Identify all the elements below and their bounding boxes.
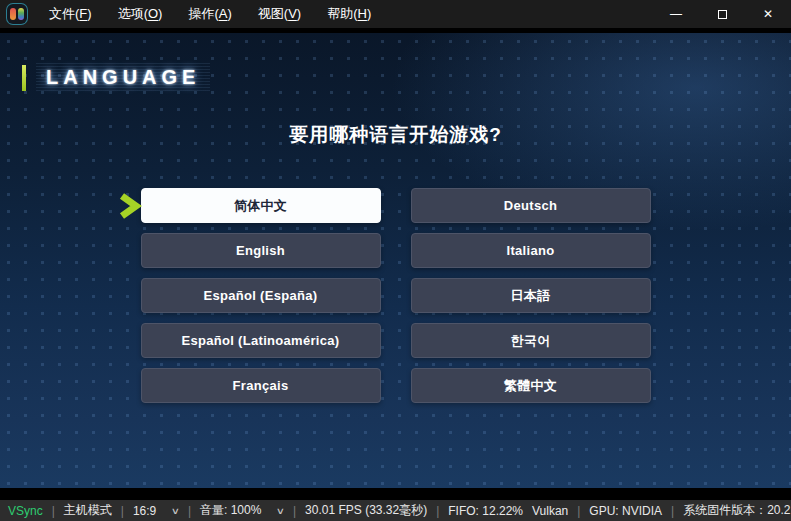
statusbar-fifo: FIFO: 12.22% [448,504,523,518]
menu-help[interactable]: 帮助(H) [314,0,384,28]
statusbar-separator: | [188,504,191,518]
statusbar-separator: | [436,504,439,518]
statusbar-fps: 30.01 FPS (33.32毫秒) [305,502,427,519]
menu-bar: 文件(F) 选项(O) 操作(A) 视图(V) 帮助(H) [36,0,384,28]
aspect-ratio-chevron-down-icon: ∨ [171,506,180,516]
titlebar: 文件(F) 选项(O) 操作(A) 视图(V) 帮助(H) — ✕ [0,0,791,28]
app-window: 文件(F) 选项(O) 操作(A) 视图(V) 帮助(H) — ✕ LANGUA… [0,0,791,521]
language-button-grid: 简体中文 English Español (España) Español (L… [141,188,651,403]
volume-chevron-down-icon: ∨ [276,506,285,516]
statusbar-separator: | [121,504,124,518]
statusbar-right-group: Vulkan | GPU: NVIDIA | 系统固件版本：20.2.0 [532,502,791,519]
language-column-left: 简体中文 English Español (España) Español (L… [141,188,381,403]
header-accent-bar [22,65,26,91]
statusbar-dock-mode[interactable]: 主机模式 [64,502,112,519]
language-button-korean[interactable]: 한국어 [411,323,651,358]
close-icon: ✕ [763,7,773,21]
language-button-es-419[interactable]: Español (Latinoamérica) [141,323,381,358]
statusbar-separator: | [577,504,580,518]
language-button-french[interactable]: Français [141,368,381,403]
language-question: 要用哪种语言开始游戏? [0,122,791,148]
bottom-divider [0,488,791,500]
language-button-german[interactable]: Deutsch [411,188,651,223]
language-button-es-es[interactable]: Español (España) [141,278,381,313]
statusbar-separator: | [293,504,296,518]
language-button-zh-hant[interactable]: 繁體中文 [411,368,651,403]
language-button-zh-hans[interactable]: 简体中文 [141,188,381,223]
statusbar-separator: | [671,504,674,518]
selection-cursor-icon [117,192,142,220]
maximize-icon [718,10,727,19]
language-button-english[interactable]: English [141,233,381,268]
language-button-italian[interactable]: Italiano [411,233,651,268]
page-title: LANGUAGE [36,63,210,92]
menu-options[interactable]: 选项(O) [105,0,176,28]
statusbar-gpu: GPU: NVIDIA [589,504,662,518]
menu-file[interactable]: 文件(F) [36,0,105,28]
menu-view[interactable]: 视图(V) [245,0,314,28]
statusbar-firmware-version: 系统固件版本：20.2.0 [683,502,791,519]
maximize-button[interactable] [699,0,745,28]
menu-actions[interactable]: 操作(A) [175,0,244,28]
statusbar-aspect-ratio[interactable]: 16:9 ∨ [133,504,179,518]
language-button-japanese[interactable]: 日本語 [411,278,651,313]
minimize-icon: — [670,7,682,21]
statusbar-volume[interactable]: 音量: 100% ∨ [200,502,284,519]
statusbar-backend: Vulkan [532,504,568,518]
minimize-button[interactable]: — [653,0,699,28]
close-button[interactable]: ✕ [745,0,791,28]
language-select-screen: LANGUAGE 要用哪种语言开始游戏? 简体中文 English Españo… [0,33,791,488]
statusbar-vsync[interactable]: VSync [8,504,43,518]
app-icon [7,4,27,24]
statusbar-separator: | [52,504,55,518]
window-controls: — ✕ [653,0,791,28]
status-bar: VSync | 主机模式 | 16:9 ∨ | 音量: 100% ∨ | 30.… [0,500,791,521]
language-column-right: Deutsch Italiano 日本語 한국어 繁體中文 [411,188,651,403]
screen-header: LANGUAGE [0,33,791,92]
